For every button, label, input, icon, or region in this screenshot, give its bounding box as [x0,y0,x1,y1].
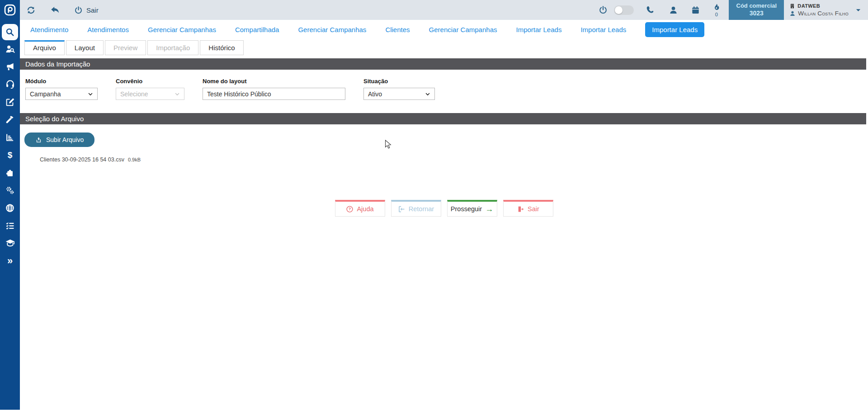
tab-gerenciar-campanhas-1[interactable]: Gerenciar Campanhas [148,26,216,33]
graduation-cap-icon [5,238,15,248]
calendar-icon[interactable] [691,5,700,15]
convenio-value: Selecione [120,90,148,98]
arrow-right-icon: → [485,205,493,213]
hammer-icon [5,115,15,125]
module-tab-bar: Atendimento Atendimentos Gerenciar Campa… [20,20,868,39]
nome-layout-input[interactable]: Teste Histórico Público [203,88,345,100]
chevron-down-icon[interactable] [855,7,862,14]
convenio-label: Convênio [116,78,184,85]
user-icon[interactable] [669,5,678,15]
globe-icon [5,203,15,213]
upload-icon [35,137,42,143]
headset-icon [5,79,15,90]
sidebar-item-settings[interactable] [0,181,20,199]
sidebar-item-campaigns[interactable] [0,58,20,76]
field-situacao: Situação Ativo [363,78,435,100]
edit-icon [5,97,15,107]
tab-atendimento[interactable]: Atendimento [30,26,68,33]
sidebar-item-billing[interactable]: $ [0,146,20,164]
flame-count: 0 [715,12,718,17]
sidebar-item-training[interactable] [0,234,20,252]
tab-clientes[interactable]: Clientes [385,26,410,33]
modulo-select[interactable]: Campanha [25,88,98,100]
sidebar-item-compose[interactable] [0,93,20,111]
return-arrow-icon [398,205,406,213]
logout-button[interactable]: Sair [74,6,99,14]
refresh-icon[interactable] [26,5,36,15]
return-button-label: Retornar [409,205,434,213]
select-chevron-icon [425,91,430,97]
situacao-select[interactable]: Ativo [363,88,435,100]
uploaded-file-name: Clientes 30-09-2025 16 54 03.csv [40,156,124,163]
section-file-selection-title: Seleção do Arquivo [20,113,866,124]
app-logo[interactable] [0,0,20,20]
puzzle-icon [5,168,15,178]
tab-compartilhada[interactable]: Compartilhada [235,26,279,33]
sidebar-item-user-search[interactable] [0,40,20,58]
streak-flame-indicator[interactable]: 0 [712,3,721,17]
back-icon[interactable] [50,5,60,15]
situacao-label: Situação [363,78,435,85]
topbar: Sair [0,0,868,20]
user-search-icon [5,44,15,54]
subtab-layout[interactable]: Layout [66,40,104,55]
gears-icon [5,185,15,195]
proceed-button[interactable]: Prosseguir → [447,200,497,217]
convenio-select: Selecione [116,88,184,100]
power-toggle-icon[interactable] [599,5,608,14]
exit-button[interactable]: Sair [503,200,553,217]
sidebar-item-web[interactable] [0,199,20,217]
flame-icon [712,3,721,12]
wizard-step-tabs: Arquivo Layout Preview Importação Histór… [24,40,868,55]
question-circle-icon: ? [346,205,354,213]
sidebar-item-reports[interactable] [0,128,20,146]
power-icon [74,6,83,14]
building-icon [789,3,795,9]
nome-layout-label: Nome do layout [203,78,345,85]
sidebar-item-support[interactable] [0,76,20,93]
tab-importar-leads-2[interactable]: Importar Leads [580,26,626,33]
toggle-knob [615,6,623,14]
select-chevron-icon [88,91,93,97]
tab-gerenciar-campanhas-2[interactable]: Gerenciar Campanhas [298,26,366,33]
user-small-icon [789,10,796,17]
sidebar: $ [0,20,20,410]
return-button[interactable]: Retornar [391,200,441,217]
search-icon [5,27,15,37]
situacao-value: Ativo [368,90,382,98]
uploaded-file-row[interactable]: Clientes 30-09-2025 16 54 03.csv 0.9kB [40,156,868,163]
field-nome-layout: Nome do layout Teste Histórico Público [203,78,345,100]
megaphone-icon [5,62,15,72]
tab-atendimentos[interactable]: Atendimentos [87,26,129,33]
logout-label: Sair [86,6,99,14]
commercial-code-badge: Cód comercial 3023 [729,0,784,20]
subtab-historico[interactable]: Histórico [200,40,243,55]
sidebar-item-integrations[interactable] [0,164,20,181]
tab-importar-leads-active[interactable]: Importar Leads [645,22,704,37]
upload-button-label: Subir Arquivo [46,136,84,143]
user-name: Willan Costa Filho [798,10,849,17]
commercial-code-label: Cód comercial [736,2,777,9]
sidebar-item-expand[interactable]: » [0,252,20,270]
commercial-code-value: 3023 [750,9,764,18]
dollar-icon: $ [8,151,13,159]
modulo-label: Módulo [25,78,98,85]
help-button[interactable]: ? Ajuda [335,200,385,217]
tab-gerenciar-campanhas-3[interactable]: Gerenciar Campanhas [429,26,497,33]
field-modulo: Módulo Campanha [25,78,98,100]
uploaded-file-size: 0.9kB [128,157,141,162]
upload-file-button[interactable]: Subir Arquivo [24,133,94,147]
sidebar-item-search[interactable] [2,24,18,40]
tab-importar-leads-1[interactable]: Importar Leads [516,26,562,33]
subtab-arquivo[interactable]: Arquivo [24,40,65,55]
select-chevron-icon [175,91,180,97]
sidebar-item-tasks[interactable] [0,217,20,234]
user-menu[interactable]: DATWEB Willan Costa Filho [789,3,849,17]
main-content: Atendimento Atendimentos Gerenciar Campa… [20,20,868,217]
sidebar-item-tools[interactable] [0,111,20,128]
svg-text:?: ? [349,207,351,211]
phone-icon[interactable] [646,5,655,15]
availability-toggle[interactable] [614,5,634,15]
field-convenio: Convênio Selecione [116,78,184,100]
import-data-form: Módulo Campanha Convênio Selecione Nome … [20,70,868,100]
